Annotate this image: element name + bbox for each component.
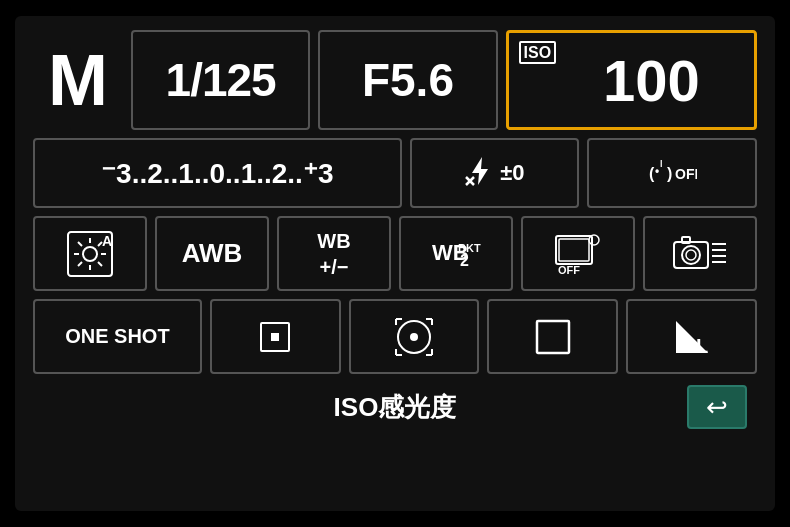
svg-text:l: l [660, 159, 663, 169]
wb-value: AWB [182, 238, 243, 269]
svg-point-28 [682, 246, 700, 264]
aperture-display[interactable]: F5.6 [318, 30, 497, 130]
lcd-info-display[interactable]: i OFF [521, 216, 635, 291]
svg-point-9 [83, 247, 97, 261]
svg-text:2: 2 [460, 252, 469, 269]
ev-scale-value: ⁻3..2..1..0..1..2..⁺3 [101, 157, 333, 190]
svg-rect-47 [537, 321, 569, 353]
af-mode-display[interactable]: ONE SHOT [33, 299, 202, 374]
svg-text:OFF: OFF [558, 264, 580, 276]
wb-shift-value: WB+/− [317, 228, 350, 280]
ev-scale-display[interactable]: ⁻3..2..1..0..1..2..⁺3 [33, 138, 402, 208]
af-frame-display[interactable] [487, 299, 618, 374]
row-bottom: ISO感光度 ↩ [33, 382, 757, 432]
mode-display: M [33, 30, 123, 130]
drive-display[interactable] [643, 216, 757, 291]
iso-value: 100 [563, 47, 700, 114]
metering-display[interactable]: A [33, 216, 147, 291]
row-wb: A AWB WB+/− WB 2 BKT i OFF [33, 216, 757, 291]
af-mode-value: ONE SHOT [65, 325, 169, 348]
svg-rect-22 [556, 236, 592, 264]
svg-line-15 [98, 262, 102, 266]
wireless-icon: ( • l ) OFF [647, 153, 697, 194]
af-point-display[interactable] [210, 299, 341, 374]
iso-display[interactable]: ISO 100 [506, 30, 757, 130]
row-primary: M 1/125 F5.6 ISO 100 [33, 30, 757, 130]
svg-text:OFF: OFF [675, 166, 697, 182]
flash-icon [464, 155, 496, 192]
svg-rect-23 [559, 239, 589, 261]
svg-text:L: L [696, 335, 708, 357]
row-ev: ⁻3..2..1..0..1..2..⁺3 ±0 ( • l ) [33, 138, 757, 208]
flash-comp-value: ±0 [500, 160, 524, 186]
svg-text:i: i [591, 236, 594, 246]
svg-text:A: A [102, 233, 112, 249]
svg-rect-30 [682, 237, 690, 243]
svg-marker-0 [472, 157, 488, 185]
svg-point-29 [686, 250, 696, 260]
svg-point-38 [410, 333, 418, 341]
wireless-display[interactable]: ( • l ) OFF [587, 138, 757, 208]
back-button[interactable]: ↩ [687, 385, 747, 429]
af-area-display[interactable] [349, 299, 480, 374]
shutter-display[interactable]: 1/125 [131, 30, 310, 130]
shutter-value: 1/125 [166, 53, 276, 107]
back-btn-container: ↩ [512, 385, 747, 429]
wb-display[interactable]: AWB [155, 216, 269, 291]
row-af: ONE SHOT [33, 299, 757, 374]
image-quality-display[interactable]: L [626, 299, 757, 374]
camera-display: M 1/125 F5.6 ISO 100 ⁻3..2..1..0..1..2..… [15, 16, 775, 511]
svg-text:•: • [655, 164, 659, 178]
svg-text:BKT: BKT [458, 242, 481, 254]
svg-text:): ) [667, 165, 672, 182]
wb-shift-display[interactable]: WB+/− [277, 216, 391, 291]
wb-bracket-display[interactable]: WB 2 BKT [399, 216, 513, 291]
svg-rect-36 [271, 333, 279, 341]
svg-line-14 [78, 242, 82, 246]
svg-line-17 [78, 262, 82, 266]
iso-label: ISO [519, 41, 557, 64]
mode-value: M [48, 39, 108, 121]
back-arrow-icon: ↩ [706, 392, 728, 423]
aperture-value: F5.6 [362, 53, 454, 107]
flash-comp-display[interactable]: ±0 [410, 138, 580, 208]
bottom-label: ISO感光度 [278, 390, 513, 425]
